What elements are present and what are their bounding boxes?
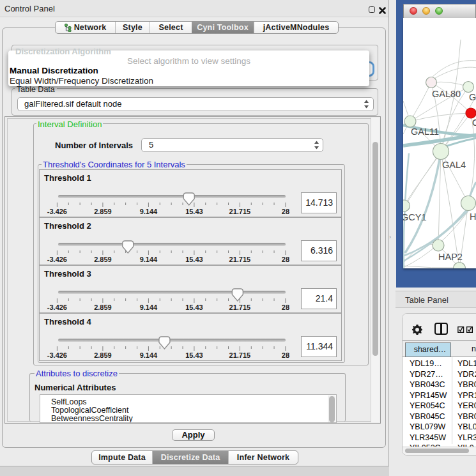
svg-text:C: C	[472, 118, 476, 128]
svg-text:H: H	[470, 211, 476, 222]
svg-text:GAL4: GAL4	[442, 160, 466, 170]
svg-text:GAL80: GAL80	[432, 89, 461, 99]
svg-text:GCY1: GCY1	[403, 212, 427, 222]
svg-text:G.: G.	[469, 92, 476, 102]
svg-text:HAP2: HAP2	[438, 252, 463, 262]
svg-text:GAL11: GAL11	[411, 127, 439, 137]
